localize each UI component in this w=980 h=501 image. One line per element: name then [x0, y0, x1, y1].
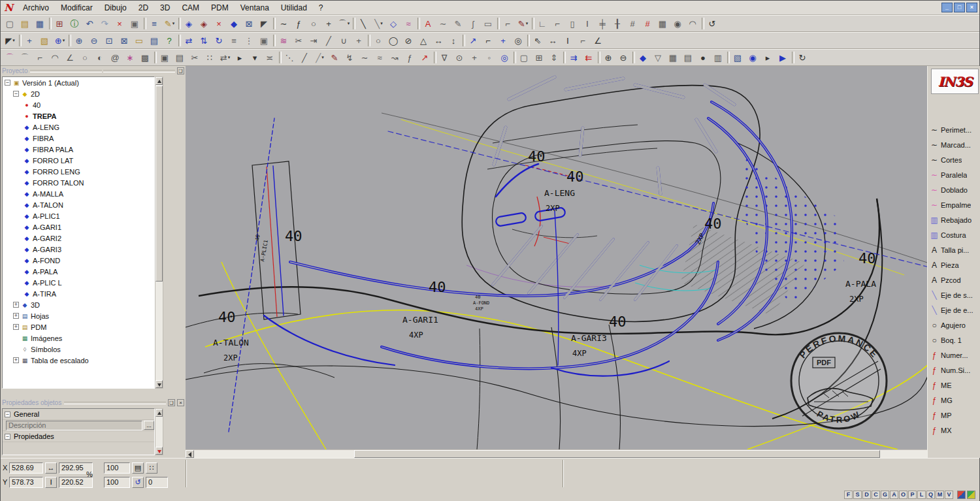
tree-item[interactable]: ◆ A-FOND: [3, 255, 154, 266]
v-extent-icon[interactable]: Ⅰ: [561, 33, 576, 48]
snap-toggle[interactable]: G: [881, 491, 889, 499]
property-category-general[interactable]: General: [3, 409, 154, 420]
pointer-icon[interactable]: ◤: [257, 16, 272, 31]
spline-icon[interactable]: ∼: [436, 16, 451, 31]
tool-doblado[interactable]: ∼ Doblado: [929, 182, 980, 197]
compress-icon[interactable]: ▾: [248, 50, 263, 65]
tree-item[interactable]: ◆ A-LENG: [3, 121, 154, 133]
function2-icon[interactable]: ƒ: [402, 50, 417, 65]
edit-pencil-icon[interactable]: ✎▾: [162, 16, 177, 31]
compass-icon[interactable]: ◠: [685, 16, 700, 31]
ellipse-icon[interactable]: ◯: [386, 33, 401, 48]
zoom-in-icon[interactable]: ⊕: [72, 33, 87, 48]
point-icon[interactable]: +: [321, 16, 336, 31]
y-zoom-field[interactable]: 100: [104, 477, 130, 488]
curve-arrow-icon[interactable]: ↝: [387, 50, 402, 65]
tool-pieza[interactable]: A Pieza: [929, 257, 980, 272]
open-folder-icon[interactable]: ▤: [18, 16, 33, 31]
tree-item[interactable]: ◊ Símbolos: [3, 344, 154, 355]
measure-icon[interactable]: ↔: [431, 33, 446, 48]
snap-toggle[interactable]: D: [862, 491, 871, 499]
collapse-icon[interactable]: [5, 80, 10, 86]
rhombus-icon[interactable]: ◇: [386, 16, 401, 31]
expand-icon[interactable]: [13, 302, 19, 308]
save-icon[interactable]: ▦: [33, 16, 48, 31]
scroll-down-icon[interactable]: [155, 447, 163, 455]
snap-toggle[interactable]: M: [936, 491, 944, 499]
group-icon[interactable]: ▣: [257, 33, 272, 48]
tool-cortes[interactable]: ∼ Cortes: [929, 152, 980, 167]
marker-pen-icon[interactable]: ✎: [327, 50, 342, 65]
palette-icon[interactable]: ⊕▾: [52, 33, 67, 48]
tool-eje-salida[interactable]: ╲ Eje de s...: [929, 287, 980, 302]
node-edit-icon[interactable]: +: [351, 33, 367, 48]
width-measure-icon[interactable]: ↔: [45, 462, 57, 474]
tree-item[interactable]: ▤ Hojas: [3, 310, 154, 321]
scrollbar-thumb[interactable]: [354, 450, 880, 458]
zoom-dynamic-icon[interactable]: ⊕: [601, 50, 616, 65]
zigzag-icon[interactable]: ↯: [342, 50, 357, 65]
diamond-blue-icon[interactable]: ◆: [636, 50, 651, 65]
menu-item[interactable]: Modificar: [55, 2, 99, 14]
crosshair-icon[interactable]: +: [496, 33, 511, 48]
expand-icon[interactable]: [13, 324, 19, 330]
refresh-icon[interactable]: ↻: [795, 50, 810, 65]
tool-num-simetrico[interactable]: ƒ Num.Si...: [929, 363, 980, 378]
menu-item[interactable]: CAM: [176, 2, 205, 14]
grid-icon[interactable]: ▦: [655, 16, 670, 31]
project-tree-scrollbar[interactable]: [155, 76, 163, 389]
menu-item[interactable]: Archivo: [17, 2, 55, 14]
tree-item[interactable]: ◆ A-TIRA: [3, 288, 154, 299]
send-icon[interactable]: ▶: [776, 50, 791, 65]
tree-item-version[interactable]: ▣ Versión 1 (Actual): [3, 77, 154, 88]
arc-icon[interactable]: ⌒▾: [336, 16, 351, 31]
tool-pzcod[interactable]: A Pzcod: [929, 272, 980, 287]
height-measure-icon[interactable]: Ⅰ: [45, 477, 57, 488]
pointer2-icon[interactable]: ⇖: [531, 33, 546, 48]
swap-icon[interactable]: ⇄▾: [218, 50, 233, 65]
expand-icon[interactable]: [13, 313, 19, 319]
triangle-icon[interactable]: △: [416, 33, 431, 48]
h-extent-icon[interactable]: ↔: [546, 33, 561, 48]
snap-toggle[interactable]: L: [917, 491, 926, 499]
tool-boquilla[interactable]: ○ Boq. 1: [929, 332, 980, 347]
restore-button[interactable]: □: [954, 3, 965, 12]
tree-item-2d[interactable]: ◆ 2D: [3, 88, 154, 99]
forward-icon[interactable]: ▸: [233, 50, 248, 65]
new-document-icon[interactable]: ▢: [3, 16, 18, 31]
tool-paralela[interactable]: ∼ Paralela: [929, 167, 980, 182]
tool-numerar[interactable]: ƒ Numer...: [929, 347, 980, 363]
undo-icon[interactable]: ↶: [82, 16, 97, 31]
scroll-left-icon[interactable]: [186, 450, 194, 458]
trim-icon[interactable]: ✂: [291, 33, 306, 48]
slope-icon[interactable]: ∠: [591, 33, 606, 48]
move-icon[interactable]: +: [22, 33, 37, 48]
angle-field[interactable]: 0: [146, 477, 168, 488]
tree-item[interactable]: ◆ A-GARI3: [3, 244, 154, 255]
punch-icon[interactable]: ⊙: [452, 50, 467, 65]
function-icon[interactable]: ƒ: [291, 16, 306, 31]
play-icon[interactable]: ▸: [760, 50, 776, 65]
copy-icon[interactable]: ▣: [127, 16, 142, 31]
zoom-previous-icon[interactable]: ⊖: [616, 50, 631, 65]
piece-icon[interactable]: ◆: [227, 16, 242, 31]
snap-toggle[interactable]: Q: [926, 491, 935, 499]
zoom-out-icon[interactable]: ⊖: [87, 33, 102, 48]
rotate-icon[interactable]: ↺: [132, 477, 144, 488]
collapse-icon[interactable]: [5, 434, 10, 440]
snap-toggle[interactable]: V: [945, 491, 953, 499]
snap-toggle[interactable]: P: [908, 491, 917, 499]
offset-icon[interactable]: ≋: [276, 33, 291, 48]
layers-icon[interactable]: ≡: [147, 16, 162, 31]
rectangle-icon[interactable]: ▭: [481, 16, 496, 31]
break-icon[interactable]: ╱: [321, 33, 336, 48]
tool-agujero[interactable]: ○ Agujero: [929, 317, 980, 332]
stamp-icon[interactable]: ◉: [670, 16, 685, 31]
construction-icon[interactable]: ⋱: [282, 50, 297, 65]
scroll-down-icon[interactable]: [155, 380, 163, 388]
tree-item[interactable]: ◆ A-GARI1: [3, 221, 154, 233]
tool-rebajado[interactable]: ▥ Rebajado: [929, 212, 980, 227]
menu-item[interactable]: 3D: [154, 2, 176, 14]
minimize-button[interactable]: _: [941, 3, 953, 12]
menu-item[interactable]: Ventana: [235, 2, 275, 14]
